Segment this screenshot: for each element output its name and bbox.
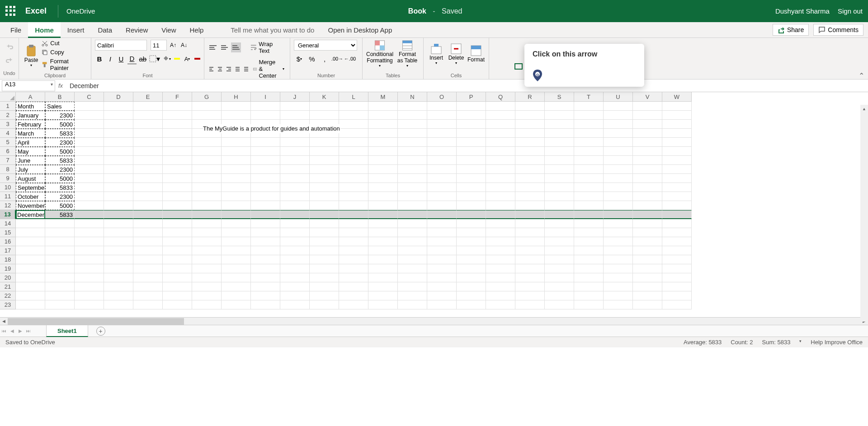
cell[interactable]	[104, 102, 133, 111]
cell[interactable]: July	[16, 165, 45, 174]
cell[interactable]	[457, 102, 486, 111]
cell[interactable]	[280, 255, 310, 264]
cell[interactable]	[515, 138, 545, 147]
cell[interactable]	[45, 282, 75, 291]
cell[interactable]	[222, 183, 251, 192]
comments-button[interactable]: Comments	[813, 24, 863, 36]
cell[interactable]	[163, 102, 192, 111]
tab-view[interactable]: View	[155, 22, 183, 38]
cell[interactable]	[427, 210, 457, 219]
cell[interactable]	[133, 282, 163, 291]
cell[interactable]	[368, 156, 398, 165]
row-header[interactable]: 23	[0, 300, 16, 309]
signout-link[interactable]: Sign out	[838, 7, 863, 15]
cell[interactable]	[310, 282, 339, 291]
cell[interactable]	[604, 147, 633, 156]
cell[interactable]	[457, 156, 486, 165]
format-painter-button[interactable]: Format Painter	[42, 58, 87, 71]
scroll-thumb[interactable]	[8, 318, 184, 325]
cell[interactable]	[251, 291, 280, 300]
cell[interactable]	[545, 147, 574, 156]
cell[interactable]	[604, 192, 633, 201]
cell[interactable]	[633, 273, 662, 282]
cell[interactable]	[222, 264, 251, 273]
column-header[interactable]: A	[16, 92, 45, 102]
cell[interactable]	[457, 210, 486, 219]
cell[interactable]	[398, 165, 427, 174]
cell[interactable]	[133, 210, 163, 219]
cell[interactable]: March	[16, 129, 45, 138]
cell[interactable]	[16, 246, 45, 255]
cell[interactable]	[662, 273, 692, 282]
cell[interactable]	[280, 300, 310, 309]
cell[interactable]	[545, 210, 574, 219]
cell[interactable]	[545, 102, 574, 111]
cell-overflow-text[interactable]: The MyGuide is a product for guides and …	[203, 124, 340, 133]
cell[interactable]	[222, 147, 251, 156]
cell[interactable]	[486, 237, 515, 246]
cell[interactable]	[398, 156, 427, 165]
cell[interactable]	[486, 165, 515, 174]
border-button[interactable]: ▾	[149, 53, 160, 64]
cell[interactable]	[427, 291, 457, 300]
cell[interactable]	[398, 129, 427, 138]
cell[interactable]	[104, 201, 133, 210]
cell[interactable]	[45, 291, 75, 300]
column-header[interactable]: D	[104, 92, 133, 102]
share-button[interactable]: Share	[773, 24, 809, 36]
cell[interactable]	[133, 237, 163, 246]
vertical-scrollbar[interactable]: ▲	[860, 105, 868, 322]
cell[interactable]	[662, 156, 692, 165]
cell[interactable]	[486, 282, 515, 291]
cell[interactable]	[427, 246, 457, 255]
cell[interactable]	[633, 183, 662, 192]
column-header[interactable]: T	[574, 92, 604, 102]
cell[interactable]	[457, 174, 486, 183]
cell[interactable]	[368, 102, 398, 111]
scroll-up-button[interactable]: ▲	[860, 105, 868, 112]
cell[interactable]	[310, 228, 339, 237]
cell[interactable]	[427, 219, 457, 228]
cell[interactable]	[16, 291, 45, 300]
cell[interactable]	[427, 237, 457, 246]
cell[interactable]	[45, 219, 75, 228]
cell[interactable]	[310, 219, 339, 228]
row-header[interactable]: 6	[0, 147, 16, 156]
cell[interactable]	[368, 201, 398, 210]
cell[interactable]	[251, 282, 280, 291]
cell[interactable]	[457, 237, 486, 246]
cell[interactable]	[398, 273, 427, 282]
cell[interactable]	[545, 201, 574, 210]
cell[interactable]	[545, 174, 574, 183]
column-header[interactable]: Q	[486, 92, 515, 102]
cell[interactable]	[133, 228, 163, 237]
cell[interactable]	[662, 246, 692, 255]
cell[interactable]	[222, 165, 251, 174]
cell[interactable]	[163, 237, 192, 246]
cell[interactable]	[515, 111, 545, 120]
cell[interactable]	[251, 219, 280, 228]
cell[interactable]	[545, 228, 574, 237]
cell[interactable]	[427, 273, 457, 282]
cell[interactable]	[368, 210, 398, 219]
cell[interactable]	[192, 300, 222, 309]
cell[interactable]	[339, 120, 368, 129]
format-cells-button[interactable]: Format	[467, 40, 485, 68]
cell[interactable]	[574, 183, 604, 192]
cell[interactable]	[310, 201, 339, 210]
cell[interactable]	[515, 255, 545, 264]
cell[interactable]	[75, 264, 104, 273]
cell[interactable]	[515, 273, 545, 282]
cell[interactable]	[310, 147, 339, 156]
tab-review[interactable]: Review	[119, 22, 155, 38]
cell[interactable]	[633, 291, 662, 300]
cell[interactable]	[222, 291, 251, 300]
paste-button[interactable]: Paste ▾	[23, 42, 40, 69]
cell[interactable]: November	[16, 201, 45, 210]
decrease-indent-button[interactable]	[234, 64, 241, 74]
column-header[interactable]: C	[75, 92, 104, 102]
cell[interactable]	[574, 111, 604, 120]
cell[interactable]	[457, 264, 486, 273]
cell[interactable]	[515, 237, 545, 246]
tab-home[interactable]: Home	[28, 22, 61, 38]
